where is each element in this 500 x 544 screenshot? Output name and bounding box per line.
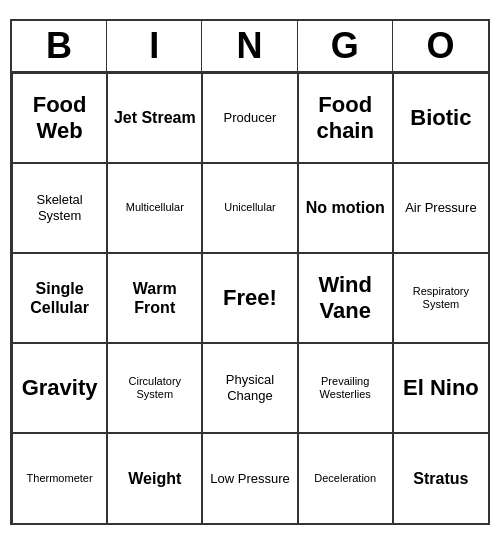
bingo-cell-text: Circulatory System	[112, 375, 197, 401]
bingo-header-letter: O	[393, 21, 488, 71]
bingo-cell: Unicellular	[202, 163, 297, 253]
bingo-card: BINGO Food WebJet StreamProducerFood cha…	[10, 19, 490, 525]
bingo-cell-text: Physical Change	[207, 372, 292, 403]
bingo-cell: Gravity	[12, 343, 107, 433]
bingo-cell: El Nino	[393, 343, 488, 433]
bingo-cell-text: Biotic	[410, 105, 471, 131]
bingo-cell-text: Unicellular	[224, 201, 275, 214]
bingo-cell: Food Web	[12, 73, 107, 163]
bingo-cell: Circulatory System	[107, 343, 202, 433]
bingo-cell-text: El Nino	[403, 375, 479, 401]
bingo-cell-text: Thermometer	[27, 472, 93, 485]
bingo-cell-text: Warm Front	[112, 279, 197, 317]
bingo-cell-text: Food Web	[17, 92, 102, 145]
bingo-cell-text: Free!	[223, 285, 277, 311]
bingo-cell: Thermometer	[12, 433, 107, 523]
bingo-header-letter: G	[298, 21, 393, 71]
bingo-cell-text: Stratus	[413, 469, 468, 488]
bingo-cell: Free!	[202, 253, 297, 343]
bingo-cell-text: Producer	[224, 110, 277, 126]
bingo-cell: Multicellular	[107, 163, 202, 253]
bingo-cell: Producer	[202, 73, 297, 163]
bingo-cell: Weight	[107, 433, 202, 523]
bingo-cell: Stratus	[393, 433, 488, 523]
bingo-cell-text: Air Pressure	[405, 200, 477, 216]
bingo-cell-text: Low Pressure	[210, 471, 289, 487]
bingo-cell-text: Skeletal System	[17, 192, 102, 223]
bingo-cell-text: Gravity	[22, 375, 98, 401]
bingo-cell: Air Pressure	[393, 163, 488, 253]
bingo-cell: Food chain	[298, 73, 393, 163]
bingo-cell-text: Weight	[128, 469, 181, 488]
bingo-cell: Prevailing Westerlies	[298, 343, 393, 433]
bingo-cell-text: Single Cellular	[17, 279, 102, 317]
bingo-cell-text: Prevailing Westerlies	[303, 375, 388, 401]
bingo-header-letter: I	[107, 21, 202, 71]
bingo-grid: Food WebJet StreamProducerFood chainBiot…	[12, 73, 488, 523]
bingo-header-letter: N	[202, 21, 297, 71]
bingo-cell: Respiratory System	[393, 253, 488, 343]
bingo-cell-text: Food chain	[303, 92, 388, 145]
bingo-cell: Physical Change	[202, 343, 297, 433]
bingo-cell-text: Wind Vane	[303, 272, 388, 325]
bingo-cell: Single Cellular	[12, 253, 107, 343]
bingo-header-letter: B	[12, 21, 107, 71]
bingo-cell: Warm Front	[107, 253, 202, 343]
bingo-cell: Deceleration	[298, 433, 393, 523]
bingo-cell: Low Pressure	[202, 433, 297, 523]
bingo-cell: No motion	[298, 163, 393, 253]
bingo-cell-text: Deceleration	[314, 472, 376, 485]
bingo-cell-text: Jet Stream	[114, 108, 196, 127]
bingo-cell-text: Multicellular	[126, 201, 184, 214]
bingo-cell-text: Respiratory System	[398, 285, 484, 311]
bingo-cell-text: No motion	[306, 198, 385, 217]
bingo-cell: Jet Stream	[107, 73, 202, 163]
bingo-cell: Skeletal System	[12, 163, 107, 253]
bingo-header: BINGO	[12, 21, 488, 73]
bingo-cell: Wind Vane	[298, 253, 393, 343]
bingo-cell: Biotic	[393, 73, 488, 163]
